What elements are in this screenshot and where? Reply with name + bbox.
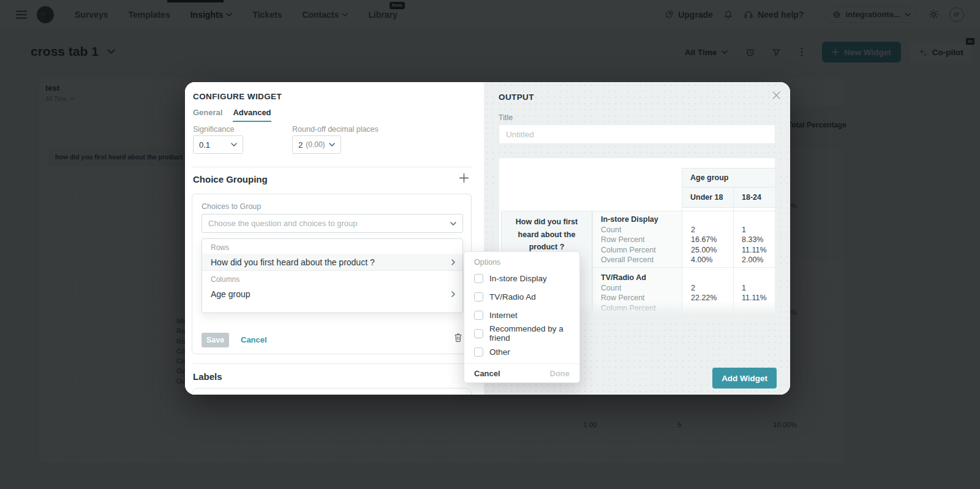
question-dropdown-panel: Rows How did you first heard about the p… (202, 238, 463, 313)
option-in-store-display[interactable]: In-store Display (464, 269, 579, 287)
choice-group-card: Choices to Group Choose the question and… (192, 194, 472, 354)
metric-label: Overall Percent (601, 256, 654, 264)
option-other[interactable]: Other (464, 343, 579, 361)
chevron-down-icon (329, 143, 335, 146)
cell-value: 1 (742, 226, 746, 234)
app-canvas: Surveys Templates Insights Tickets Conta… (0, 0, 980, 489)
tab-advanced[interactable]: Advanced (233, 108, 271, 122)
close-icon[interactable] (772, 91, 780, 99)
cell-value: 2 (691, 284, 695, 292)
dropdown-item-columns-question[interactable]: Age group (202, 286, 462, 303)
options-footer: Cancel Done (464, 363, 579, 382)
modal-tabs: General Advanced (193, 108, 271, 122)
chevron-down-icon (231, 143, 237, 146)
cell-value: 11.11% (742, 246, 767, 254)
divider (193, 363, 472, 364)
cell-value: 2 (691, 226, 695, 234)
checkbox-icon[interactable] (474, 347, 483, 357)
table-border (682, 168, 682, 318)
output-title-label: Title (499, 113, 513, 122)
significance-label: Significance (193, 125, 234, 134)
add-choice-group-button[interactable] (459, 173, 469, 183)
checkbox-icon[interactable] (474, 274, 483, 283)
option-tv-radio-ad[interactable]: TV/Radio Ad (464, 287, 579, 306)
option-recommended-by-a-friend[interactable]: Recommended by a friend (464, 324, 579, 343)
cell-value: 4.00% (691, 256, 712, 264)
significance-select[interactable]: 0.1 (193, 135, 243, 154)
labels-card (192, 388, 472, 395)
chevron-down-icon (450, 222, 456, 226)
add-widget-button[interactable]: Add Widget (712, 368, 777, 389)
save-button[interactable]: Save (202, 333, 229, 347)
cancel-button[interactable]: Cancel (241, 335, 267, 344)
cell-value: 2.00% (742, 256, 763, 264)
configure-pane: CONFIGURE WIDGET General Advanced Signif… (185, 82, 484, 395)
section-name: TV/Radio Ad (601, 273, 646, 282)
option-internet[interactable]: Internet (464, 306, 579, 324)
metric-label: Row Percent (601, 235, 645, 244)
delete-trash-icon[interactable] (454, 333, 462, 343)
rows-group-label: Rows (202, 239, 462, 254)
cell-value: 16.67% (691, 235, 717, 244)
options-popup: Options In-store Display TV/Radio Ad Int… (464, 251, 580, 383)
tab-general[interactable]: General (193, 108, 222, 122)
chevron-right-icon (451, 259, 455, 265)
metric-label: Count (601, 284, 621, 292)
options-done-button[interactable]: Done (550, 369, 570, 378)
options-heading: Options (464, 252, 579, 269)
column-header-cell: Under 18 (682, 187, 734, 208)
divider (193, 167, 472, 167)
cell-value: 8.33% (742, 235, 763, 244)
modal-title: CONFIGURE WIDGET (193, 92, 282, 101)
column-group-header-cell: Age group (682, 168, 775, 188)
metric-label: Count (601, 226, 621, 234)
checkbox-icon[interactable] (474, 292, 483, 301)
chevron-right-icon (451, 291, 455, 297)
table-border (592, 267, 775, 268)
choices-to-group-label: Choices to Group (202, 202, 261, 211)
checkbox-icon[interactable] (474, 329, 483, 338)
widget-title-input[interactable] (499, 124, 775, 144)
metric-label: Column Percent (601, 246, 656, 254)
checkbox-icon[interactable] (474, 311, 483, 320)
options-cancel-button[interactable]: Cancel (474, 369, 500, 378)
columns-group-label: Columns (202, 271, 462, 286)
output-heading: OUTPUT (499, 93, 534, 102)
section-name: In-store Display (601, 215, 658, 224)
cell-value: 25.00% (691, 246, 717, 254)
choices-to-group-select[interactable]: Choose the question and choices to group (202, 214, 463, 233)
choice-grouping-heading: Choice Grouping (193, 174, 268, 184)
dropdown-item-rows-question[interactable]: How did you first heard about the produc… (202, 254, 462, 271)
round-off-label: Round-off decimal places (292, 125, 379, 134)
column-header-cell: 18-24 (733, 187, 775, 208)
labels-heading: Labels (193, 371, 222, 382)
cell-value: 1 (742, 284, 746, 292)
round-off-select[interactable]: 2 (0.00) (292, 135, 341, 154)
table-border (733, 188, 734, 318)
